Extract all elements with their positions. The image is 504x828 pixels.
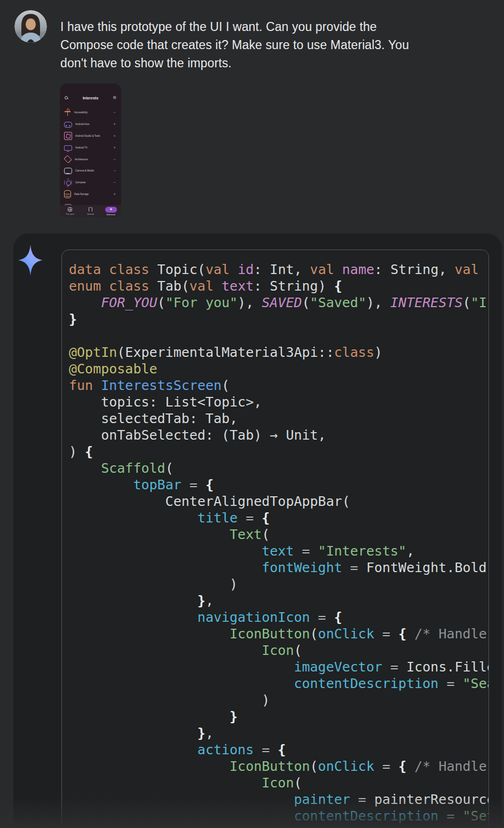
code-line: imageVector = Icons.Filled xyxy=(69,659,489,675)
thumb-topic-row: Accessibility− xyxy=(64,107,117,119)
user-message-line: Compose code that creates it? Make sure … xyxy=(60,36,493,54)
thumb-topic-label: Compose xyxy=(75,181,109,184)
user-avatar-photo xyxy=(14,10,47,43)
thumb-topic-row: Compose− xyxy=(64,177,117,189)
thumb-topic-row: Android Studio & Tools+ xyxy=(64,130,117,142)
code-line: topBar = { xyxy=(69,477,489,493)
thumb-topic-label: Architecture xyxy=(75,158,109,161)
code-line: Scaffold( xyxy=(69,460,489,477)
thumb-follow-toggle: + xyxy=(112,134,117,138)
gemini-sparkle-icon xyxy=(18,245,43,276)
car-icon xyxy=(64,122,72,128)
code-line: topics: List<Topic>, xyxy=(69,394,489,410)
thumb-nav-item-interests: +Interests xyxy=(101,205,121,217)
code-line: fun InterestsScreen( xyxy=(69,377,489,394)
grid-icon xyxy=(68,207,72,212)
code-block[interactable]: data class Topic(val id: Int, val name: … xyxy=(61,249,489,828)
code-line: IconButton(onClick = { /* Handle xyxy=(69,626,489,642)
database-icon xyxy=(64,190,71,198)
thumb-follow-toggle: + xyxy=(112,122,117,126)
code-line: CenterAlignedTopAppBar( xyxy=(69,493,489,510)
user-message-line: don't have to show the imports. xyxy=(60,54,493,72)
code-line: contentDescription = "Search" xyxy=(69,675,489,692)
code-line: title = { xyxy=(69,510,489,526)
folder-icon xyxy=(64,132,72,140)
code-content: data class Topic(val id: Int, val name: … xyxy=(69,261,489,824)
code-line: ) xyxy=(69,692,489,708)
code-line: } xyxy=(69,708,489,725)
attachment-thumbnail[interactable]: Interests ⚙ Accessibility−Android Auto+A… xyxy=(60,83,121,217)
thumb-topic-row: Android TV+ xyxy=(64,142,117,153)
code-line: painter = painterResource( xyxy=(69,791,489,808)
gear-icon: ⚙ xyxy=(113,96,116,100)
chat-page: I have this prototype of the UI I want. … xyxy=(0,0,504,828)
thumb-topic-row: Architecture− xyxy=(64,153,117,165)
tv-icon xyxy=(64,145,72,151)
code-line: ) { xyxy=(69,443,489,460)
code-line: text = "Interests", xyxy=(69,543,489,559)
code-line: enum class Tab(val text: String) { xyxy=(69,278,489,294)
thumb-topic-label: Data Storage xyxy=(74,193,109,196)
thumb-follow-toggle: + xyxy=(112,146,117,150)
code-line: } xyxy=(69,311,489,327)
thumb-follow-toggle: − xyxy=(112,169,117,173)
code-line: actions = { xyxy=(69,741,489,758)
thumb-topic-row: Camera & Media− xyxy=(64,165,117,177)
image-icon xyxy=(64,168,72,174)
thumb-app-title: Interests xyxy=(60,96,121,100)
thumb-topic-row: Android Auto+ xyxy=(64,119,117,130)
code-line: FOR_YOU("For you"), SAVED("Saved"), INTE… xyxy=(69,294,489,311)
code-line: @Composable xyxy=(69,361,489,377)
code-line: data class Topic(val id: Int, val name: … xyxy=(69,261,489,278)
thumb-nav-label: Interests xyxy=(106,213,115,216)
code-line: ) xyxy=(69,576,489,592)
thumb-bottom-nav: For youSaved+Interests xyxy=(60,205,121,217)
thumb-follow-toggle: − xyxy=(112,181,117,184)
user-avatar xyxy=(14,10,47,43)
code-line: onTabSelected: (Tab) → Unit, xyxy=(69,427,489,443)
thumb-topic-label: Camera & Media xyxy=(75,169,109,172)
code-line xyxy=(69,327,489,344)
thumb-follow-toggle: − xyxy=(112,158,117,161)
code-line: selectedTab: Tab, xyxy=(69,410,489,427)
thumb-topic-list: Accessibility−Android Auto+Android Studi… xyxy=(64,107,117,205)
thumb-topic-label: Android Auto xyxy=(75,123,109,126)
thumb-topic-row: Data Storage+ xyxy=(64,189,117,200)
code-line: @OptIn(ExperimentalMaterial3Api::class) xyxy=(69,344,489,361)
thumb-topic-label: Android TV xyxy=(75,146,109,149)
thumb-follow-toggle: + xyxy=(112,192,117,196)
code-line: navigationIcon = { xyxy=(69,609,489,626)
user-message-text: I have this prototype of the UI I want. … xyxy=(60,18,493,72)
assistant-message-bubble: data class Topic(val id: Int, val name: … xyxy=(13,233,502,828)
bookmark-icon xyxy=(89,207,92,212)
thumb-topic-row xyxy=(64,200,117,205)
user-message-line: I have this prototype of the UI I want. … xyxy=(60,18,493,36)
code-line: fontWeight = FontWeight.Bold xyxy=(69,559,489,576)
person-icon xyxy=(64,108,71,116)
code-line: Text( xyxy=(69,526,489,543)
thumb-nav-label: Saved xyxy=(87,213,93,215)
layers-icon xyxy=(64,155,72,163)
thumb-nav-label: For you xyxy=(66,213,74,215)
code-line: IconButton(onClick = { /* Handle xyxy=(69,758,489,775)
code-line: }, xyxy=(69,725,489,741)
code-line: Icon( xyxy=(69,775,489,791)
thumb-topic-label: Android Studio & Tools xyxy=(75,135,109,137)
plus-pill-icon: + xyxy=(105,207,117,213)
thumb-nav-item-for-you: For you xyxy=(60,205,80,217)
thumb-follow-toggle: − xyxy=(112,111,117,114)
hexagon-icon xyxy=(64,178,72,186)
thumb-nav-item-saved: Saved xyxy=(80,205,100,217)
code-line: Icon( xyxy=(69,642,489,659)
search-icon xyxy=(65,96,68,100)
thumb-top-app-bar: Interests ⚙ xyxy=(60,95,121,101)
code-line: }, xyxy=(69,592,489,609)
thumb-topic-label: Accessibility xyxy=(74,111,109,114)
code-line: contentDescription = "Settings" xyxy=(69,808,489,824)
